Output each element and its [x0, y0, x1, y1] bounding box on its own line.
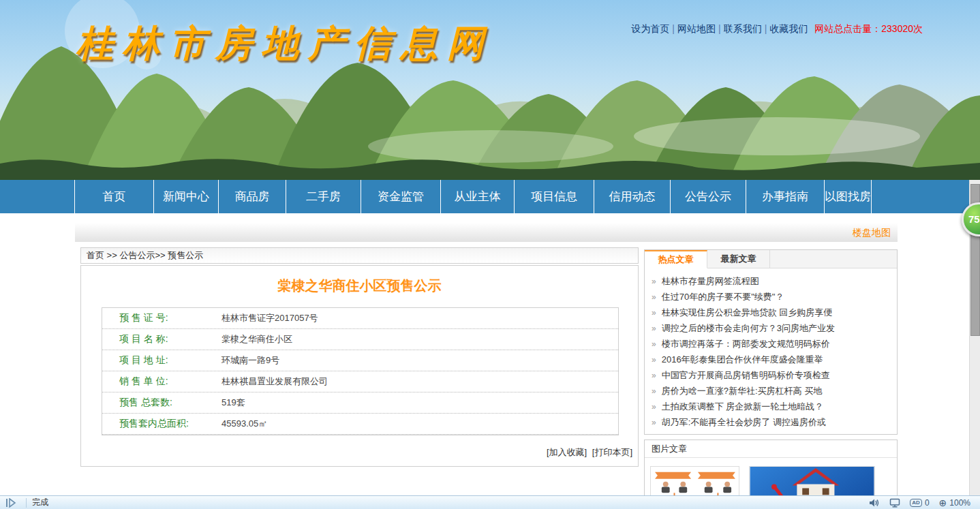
browser-page: 桂林市房地产信息网 设为首页|网站地图|联系我们|收藏我们网站总点击量：2330… — [0, 0, 980, 509]
article-list-item[interactable]: »楼市调控再落子：两部委发文规范明码标价 — [652, 336, 891, 352]
nav-item[interactable]: 项目信息 — [515, 180, 594, 213]
detail-row: 销 售 单 位: 桂林祺昌置业发展有限公司 — [102, 371, 618, 392]
building-map-link[interactable]: 楼盘地图 — [853, 227, 891, 238]
nav-item[interactable]: 商品房 — [219, 180, 286, 213]
sidebar-tabbar: 热点文章 最新文章 — [645, 250, 897, 268]
article-list-item[interactable]: »调控之后的楼市会走向何方？3问房地产业发 — [652, 320, 891, 336]
article-link: 2016年彰泰集团合作伙伴年度盛会隆重举 — [662, 354, 823, 365]
article-actions: [加入收藏] [打印本页] — [81, 446, 638, 459]
add-favorite-link[interactable]: [加入收藏] — [547, 447, 587, 457]
article-list-item[interactable]: »桂林市存量房网签流程图 — [652, 273, 891, 289]
nav-item[interactable]: 办事指南 — [746, 180, 825, 213]
main-column: 首页 >> 公告公示>> 预售公示 棠棣之华商住小区预售公示 预 售 证 号: … — [80, 247, 639, 467]
nav-item[interactable]: 公告公示 — [671, 180, 746, 213]
detail-value: 棠棣之华商住小区 — [221, 333, 292, 345]
nav-list: 首页新闻中心商品房二手房资金监管从业主体项目信息信用动态公告公示办事指南以图找房 — [75, 180, 872, 213]
bullet-arrow-icon: » — [652, 308, 656, 318]
detail-row: 预售 总套数: 519套 — [102, 392, 618, 414]
detail-label: 项 目 地 址: — [119, 354, 221, 367]
statusbar-play-icon[interactable] — [5, 498, 16, 508]
nav-item[interactable]: 资金监管 — [361, 180, 441, 213]
detail-value: 环城南一路9号 — [221, 354, 279, 367]
top-utility-link[interactable]: 网站地图 — [677, 23, 716, 34]
detail-label: 预售套内总面积: — [119, 418, 221, 430]
bullet-arrow-icon: » — [652, 355, 656, 365]
zoom-control[interactable]: ⊕ 100% — [939, 497, 970, 508]
article-list-item[interactable]: »住过70年的房子要不要"续费"？ — [652, 289, 891, 305]
statusbar-right-group: AD 0 ⊕ 100% — [869, 497, 980, 508]
article-list-item[interactable]: »桂林实现住房公积金异地贷款 回乡购房享便 — [652, 305, 891, 320]
link-separator: | — [718, 23, 721, 34]
detail-value: 桂林祺昌置业发展有限公司 — [221, 375, 328, 388]
sidebar-tab[interactable]: 热点文章 — [645, 250, 707, 268]
bullet-arrow-icon: » — [652, 386, 656, 396]
article-list-item[interactable]: »土拍政策调整下 房企掀新一轮土地暗战？ — [652, 399, 891, 414]
zoom-level: 100% — [949, 498, 970, 508]
article-list-item[interactable]: »胡乃军:不能再全社会炒房了 调控遏房价或 — [652, 414, 891, 430]
article-content-box: 棠棣之华商住小区预售公示 预 售 证 号: 桂林市售证字2017057号 项 目… — [80, 265, 639, 467]
bullet-arrow-icon: » — [652, 324, 656, 333]
nav-item[interactable]: 信用动态 — [594, 180, 671, 213]
maplink-bar: 楼盘地图 — [75, 223, 898, 242]
nav-item[interactable]: 新闻中心 — [154, 180, 219, 213]
ad-count: 0 — [925, 498, 930, 508]
detail-value: 桂林市售证字2017057号 — [221, 312, 318, 324]
browser-statusbar: 完成 AD 0 ⊕ 100% — [0, 495, 980, 509]
sidebar-tab[interactable]: 最新文章 — [707, 250, 770, 268]
article-list-item[interactable]: »房价为啥一直涨?新华社:买房杠杆高 买地 — [652, 383, 891, 399]
detail-label: 预售 总套数: — [119, 397, 221, 409]
statusbar-status-text: 完成 — [32, 497, 48, 508]
nav-item[interactable]: 首页 — [75, 180, 154, 213]
detail-value: 519套 — [221, 397, 245, 409]
nav-spacer — [0, 180, 75, 213]
article-link: 中国官方开展商品房销售明码标价专项检查 — [662, 370, 830, 380]
bullet-arrow-icon: » — [652, 371, 656, 380]
ad-blocker-counter[interactable]: AD 0 — [910, 498, 929, 508]
detail-label: 销 售 单 位: — [119, 375, 221, 388]
zoom-plus-icon: ⊕ — [939, 497, 947, 508]
monitor-icon[interactable] — [889, 498, 900, 508]
link-separator: | — [765, 23, 767, 34]
print-page-link[interactable]: [打印本页] — [592, 447, 632, 457]
article-link: 楼市调控再落子：两部委发文规范明码标价 — [662, 339, 830, 349]
article-list-item[interactable]: »中国官方开展商品房销售明码标价专项检查 — [652, 367, 891, 383]
top-links-list: 设为首页|网站地图|联系我们|收藏我们 — [631, 23, 808, 34]
statusbar-divider — [26, 498, 27, 508]
article-link: 土拍政策调整下 房企掀新一轮土地暗战？ — [662, 401, 824, 412]
top-utility-link[interactable]: 收藏我们 — [769, 23, 808, 34]
top-utility-link[interactable]: 设为首页 — [631, 23, 669, 34]
breadcrumb[interactable]: 首页 >> 公告公示>> 预售公示 — [80, 247, 639, 264]
article-link: 胡乃军:不能再全社会炒房了 调控遏房价或 — [662, 417, 826, 427]
link-separator: | — [672, 23, 675, 34]
bullet-arrow-icon: » — [652, 339, 656, 349]
hot-articles-box: 热点文章 最新文章 »桂林市存量房网签流程图 »住过70年的房子要不要"续费"？… — [644, 249, 898, 435]
article-link: 房价为啥一直涨?新华社:买房杠杆高 买地 — [662, 386, 822, 396]
bullet-arrow-icon: » — [652, 277, 656, 286]
nav-item[interactable]: 二手房 — [286, 180, 361, 213]
ad-badge-icon: AD — [910, 499, 922, 507]
hit-counter: 网站总点击量：233020次 — [814, 23, 923, 34]
main-nav: 首页新闻中心商品房二手房资金监管从业主体项目信息信用动态公告公示办事指南以图找房 — [0, 180, 980, 213]
article-list: »桂林市存量房网签流程图 »住过70年的房子要不要"续费"？ »桂林实现住房公积… — [645, 268, 897, 434]
nav-item[interactable]: 以图找房 — [825, 180, 872, 213]
top-utility-link[interactable]: 联系我们 — [724, 23, 762, 34]
detail-row: 项 目 名 称: 棠棣之华商住小区 — [102, 329, 618, 350]
detail-row: 预售套内总面积: 45593.05㎡ — [102, 414, 618, 435]
detail-value: 45593.05㎡ — [221, 418, 267, 430]
article-link: 桂林市存量房网签流程图 — [662, 276, 759, 286]
bullet-arrow-icon: » — [652, 418, 656, 427]
article-link: 住过70年的房子要不要"续费"？ — [662, 292, 784, 302]
nav-item[interactable]: 从业主体 — [441, 180, 515, 213]
bullet-arrow-icon: » — [652, 402, 656, 412]
site-logo-title: 桂林市房地产信息网 — [76, 19, 512, 69]
article-link: 桂林实现住房公积金异地贷款 回乡购房享便 — [662, 307, 833, 318]
speaker-icon[interactable] — [869, 498, 880, 508]
article-list-item[interactable]: »2016年彰泰集团合作伙伴年度盛会隆重举 — [652, 352, 891, 367]
detail-label: 项 目 名 称: — [119, 333, 221, 345]
site-banner: 桂林市房地产信息网 设为首页|网站地图|联系我们|收藏我们网站总点击量：2330… — [0, 0, 980, 180]
presale-detail-table: 预 售 证 号: 桂林市售证字2017057号 项 目 名 称: 棠棣之华商住小… — [102, 307, 619, 435]
top-utility-links: 设为首页|网站地图|联系我们|收藏我们网站总点击量：233020次 — [631, 23, 923, 35]
picture-articles-title: 图片文章 — [645, 440, 897, 458]
article-link: 调控之后的楼市会走向何方？3问房地产业发 — [662, 323, 835, 333]
bullet-arrow-icon: » — [652, 292, 656, 302]
